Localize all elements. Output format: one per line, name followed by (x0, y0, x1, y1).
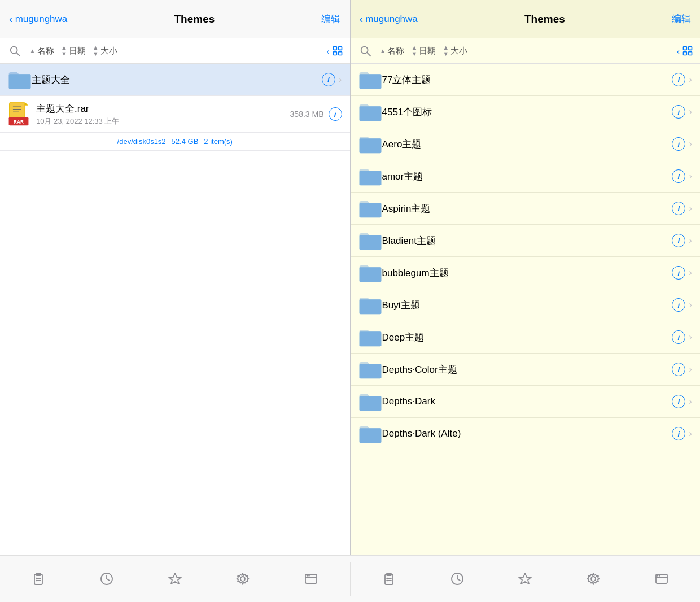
right-folder-info-btn-1[interactable]: i (672, 105, 685, 119)
left-folder-item-main[interactable]: 主题大全 i › (0, 64, 350, 96)
right-folder-name-3: amor主题 (382, 170, 672, 183)
right-folder-actions-0: i › (672, 73, 692, 86)
right-folder-info-btn-7[interactable]: i (672, 298, 685, 312)
right-folder-info-btn-6[interactable]: i (672, 266, 685, 280)
tab-clipboard-right[interactable] (375, 562, 403, 596)
right-sort-date-button[interactable]: ▲▼ 日期 (411, 45, 436, 57)
right-folder-item[interactable]: 77立体主题 i › (351, 64, 701, 96)
folder-icon-0 (358, 69, 382, 90)
svg-point-40 (387, 580, 388, 581)
left-file-list: 主题大全 i › RAR (0, 64, 350, 555)
right-folder-chevron-2: › (689, 138, 692, 150)
clock-icon-right (449, 571, 465, 587)
right-folder-info-btn-0[interactable]: i (672, 73, 685, 86)
left-edit-button[interactable]: 编辑 (321, 12, 340, 25)
tab-gear-right[interactable] (579, 562, 607, 596)
right-folder-item[interactable]: Buyi主题 i › (351, 289, 701, 321)
svg-rect-3 (338, 47, 342, 50)
right-folder-name-9: Depths·Color主题 (382, 363, 672, 376)
right-folder-chevron-10: › (689, 396, 692, 407)
right-folder-info-btn-11[interactable]: i (672, 427, 685, 440)
left-rar-item[interactable]: RAR 主题大全.rar 10月 23, 2022 12:33 上午 358.3… (0, 96, 350, 133)
right-folder-name-8: Deep主题 (382, 331, 672, 344)
right-folder-actions-11: i › (672, 427, 692, 440)
svg-line-28 (107, 579, 110, 581)
left-nav-bar: ‹ mugunghwa Themes 编辑 (0, 0, 350, 38)
right-folder-item[interactable]: Aspirin主题 i › (351, 193, 701, 225)
right-folder-item[interactable]: Depths·Dark (Alte) i › (351, 418, 701, 450)
left-disk-path[interactable]: /dev/disk0s1s2 (117, 137, 166, 146)
right-folder-item[interactable]: Aero主题 i › (351, 128, 701, 160)
right-folder-info-5: Bladient主题 (382, 234, 672, 247)
svg-rect-5 (338, 52, 342, 55)
right-folder-info-btn-5[interactable]: i (672, 234, 685, 247)
right-folder-item[interactable]: Bladient主题 i › (351, 225, 701, 257)
right-folder-info-btn-3[interactable]: i (672, 169, 685, 183)
right-folder-info-btn-10[interactable]: i (672, 395, 685, 408)
left-sort-name-button[interactable]: ▲ 名称 (29, 46, 54, 56)
tab-clipboard-left[interactable] (24, 562, 53, 596)
tab-window-right[interactable] (648, 562, 676, 596)
right-folder-info-btn-4[interactable]: i (672, 202, 685, 215)
right-panel: ‹ mugunghwa Themes 编辑 ▲ 名称 ▲▼ 日期 (351, 0, 701, 555)
right-folder-item[interactable]: bubblegum主题 i › (351, 257, 701, 289)
folder-icon-4 (358, 198, 382, 219)
right-tab-section (351, 556, 701, 602)
right-folder-item[interactable]: Deep主题 i › (351, 321, 701, 354)
right-folder-item[interactable]: Depths·Color主题 i › (351, 354, 701, 386)
tab-star-left[interactable] (161, 562, 189, 596)
right-folder-chevron-11: › (689, 428, 692, 439)
right-folder-info-btn-2[interactable]: i (672, 137, 685, 151)
right-folder-chevron-9: › (689, 364, 692, 375)
right-folder-item[interactable]: 4551个图标 i › (351, 96, 701, 128)
right-grid-view-button[interactable]: ‹ (677, 45, 693, 56)
right-folder-info-btn-8[interactable]: i (672, 330, 685, 344)
left-rar-info: 主题大全.rar 10月 23, 2022 12:33 上午 (36, 102, 290, 126)
tab-star-right[interactable] (511, 562, 539, 596)
left-rar-size: 358.3 MB (290, 110, 324, 119)
folder-icon-2 (358, 134, 382, 154)
right-edit-button[interactable]: 编辑 (672, 12, 691, 25)
svg-point-49 (659, 575, 660, 576)
right-folder-chevron-5: › (689, 235, 692, 246)
right-search-button[interactable] (357, 43, 373, 59)
right-folder-item[interactable]: amor主题 i › (351, 160, 701, 193)
right-folder-info-9: Depths·Color主题 (382, 363, 672, 376)
left-search-button[interactable] (7, 43, 23, 59)
folder-icon-3 (358, 166, 382, 186)
left-rar-actions: i (329, 107, 342, 121)
right-folder-info-btn-9[interactable]: i (672, 363, 685, 376)
left-sort-size-label: 大小 (100, 46, 117, 56)
svg-marker-29 (169, 573, 181, 584)
right-folder-chevron-6: › (689, 267, 692, 278)
left-rar-info-button[interactable]: i (329, 107, 342, 121)
folder-icon-6 (358, 263, 382, 283)
right-toolbar: ▲ 名称 ▲▼ 日期 ▲▼ 大小 ‹ (351, 38, 701, 64)
right-sort-name-button[interactable]: ▲ 名称 (380, 46, 405, 56)
svg-rect-16 (684, 47, 687, 50)
right-folder-info-1: 4551个图标 (382, 106, 672, 119)
left-back-button[interactable]: ‹ mugunghwa (9, 12, 67, 25)
folder-icon-1 (358, 102, 382, 122)
tab-clock-left[interactable] (93, 562, 121, 596)
svg-marker-44 (519, 573, 531, 584)
right-back-button[interactable]: ‹ mugunghwa (360, 12, 418, 25)
left-disk-capacity[interactable]: 52.4 GB (172, 137, 199, 146)
left-sort-date-button[interactable]: ▲▼ 日期 (61, 45, 86, 57)
right-folder-actions-1: i › (672, 105, 692, 119)
folder-icon-8 (358, 327, 382, 347)
tab-clock-right[interactable] (443, 562, 471, 596)
left-disk-items[interactable]: 2 item(s) (204, 137, 233, 146)
left-sort-size-button[interactable]: ▲▼ 大小 (93, 45, 117, 57)
right-folder-name-4: Aspirin主题 (382, 202, 672, 215)
right-sort-size-button[interactable]: ▲▼ 大小 (443, 45, 467, 57)
left-grid-view-button[interactable]: ‹ (327, 45, 343, 56)
gear-icon-right (585, 571, 601, 587)
right-folder-info-10: Depths·Dark (382, 396, 672, 407)
left-folder-info-button[interactable]: i (322, 73, 335, 86)
tab-window-left[interactable] (297, 562, 325, 596)
right-back-chevron: ‹ (360, 12, 364, 25)
right-sort-size-label: 大小 (450, 46, 467, 56)
tab-gear-left[interactable] (229, 562, 257, 596)
right-folder-item[interactable]: Depths·Dark i › (351, 386, 701, 418)
